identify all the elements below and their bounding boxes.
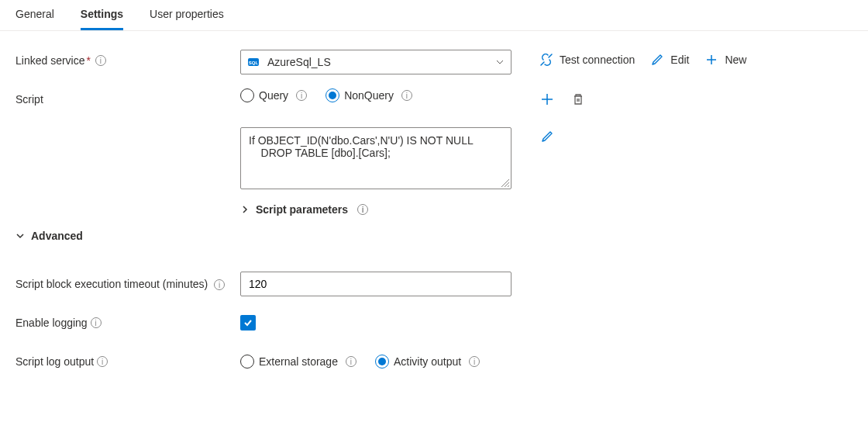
edit-script-button[interactable] [539, 129, 555, 144]
trash-icon [571, 92, 585, 106]
test-connection-icon [539, 53, 553, 67]
timeout-label: Script block execution timeout (minutes) [16, 278, 208, 290]
edit-label: Edit [670, 54, 689, 66]
add-script-button[interactable] [539, 92, 555, 107]
linked-service-value: AzureSql_LS [267, 56, 331, 68]
log-output-label: Script log output [16, 355, 94, 368]
radio-nonquery[interactable]: NonQuery i [326, 88, 412, 102]
tab-settings[interactable]: Settings [81, 8, 123, 30]
script-text: If OBJECT_ID(N'dbo.Cars',N'U') IS NOT NU… [249, 134, 474, 159]
radio-external-storage[interactable]: External storage i [240, 355, 356, 369]
script-textarea[interactable]: If OBJECT_ID(N'dbo.Cars',N'U') IS NOT NU… [240, 127, 512, 189]
svg-text:SQL: SQL [249, 61, 259, 65]
resize-handle-icon[interactable] [501, 179, 509, 187]
chevron-down-icon [16, 231, 25, 241]
chevron-down-icon [495, 57, 505, 67]
radio-activity-output-label: Activity output [394, 355, 461, 368]
pencil-icon [540, 130, 554, 144]
plus-icon [704, 53, 718, 67]
plus-icon [540, 92, 554, 106]
tab-user-properties[interactable]: User properties [150, 8, 224, 30]
info-icon[interactable]: i [346, 356, 356, 367]
advanced-expander[interactable]: Advanced [16, 230, 83, 242]
linked-service-dropdown[interactable]: SQL AzureSql_LS [240, 50, 512, 74]
advanced-label: Advanced [31, 230, 83, 242]
radio-external-storage-label: External storage [259, 355, 338, 368]
new-button[interactable]: New [704, 53, 746, 67]
info-icon[interactable]: i [95, 55, 106, 66]
script-label: Script [16, 93, 43, 106]
delete-script-button[interactable] [570, 92, 586, 107]
info-icon[interactable]: i [91, 317, 102, 328]
test-connection-label: Test connection [560, 54, 635, 66]
tab-general[interactable]: General [16, 8, 54, 30]
enable-logging-label: Enable logging [16, 317, 88, 329]
info-icon[interactable]: i [401, 90, 412, 101]
new-label: New [725, 54, 746, 66]
chevron-right-icon [240, 205, 250, 214]
linked-service-label: Linked service [16, 54, 85, 67]
pencil-icon [650, 53, 664, 67]
radio-activity-output[interactable]: Activity output i [375, 355, 480, 369]
info-icon[interactable]: i [296, 90, 307, 101]
radio-query[interactable]: Query i [240, 88, 307, 102]
required-asterisk: * [87, 54, 91, 67]
script-parameters-expander[interactable]: Script parameters i [240, 199, 368, 216]
info-icon[interactable]: i [214, 279, 225, 290]
enable-logging-checkbox[interactable] [240, 315, 256, 331]
info-icon[interactable]: i [357, 204, 368, 215]
info-icon[interactable]: i [97, 356, 108, 367]
check-icon [243, 317, 253, 328]
edit-button[interactable]: Edit [650, 53, 689, 67]
test-connection-button[interactable]: Test connection [539, 53, 635, 67]
timeout-input[interactable] [240, 272, 512, 296]
radio-nonquery-label: NonQuery [344, 89, 394, 102]
radio-query-label: Query [259, 89, 288, 102]
info-icon[interactable]: i [469, 356, 480, 367]
azure-sql-icon: SQL [247, 56, 260, 68]
script-parameters-label: Script parameters [256, 203, 348, 216]
